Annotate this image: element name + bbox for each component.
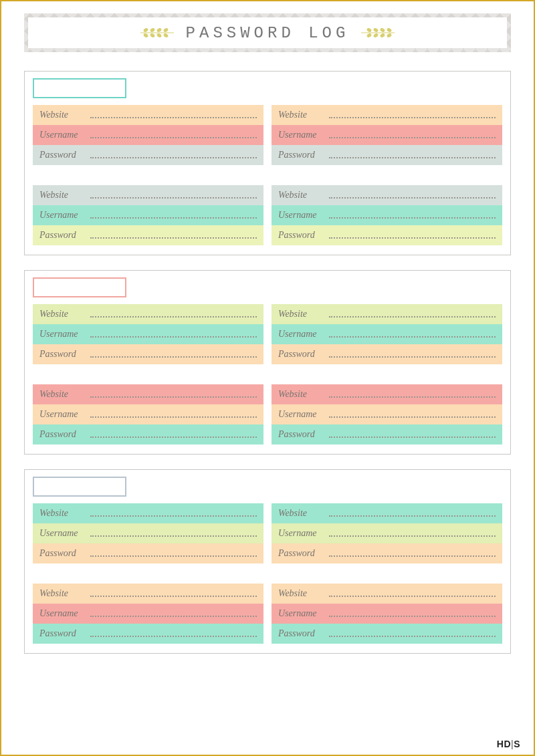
username-input-line[interactable]	[90, 411, 257, 418]
entry-row: Password	[33, 624, 263, 644]
entry-row: Username	[272, 604, 502, 624]
website-input-line[interactable]	[90, 192, 257, 199]
website-input-line[interactable]	[329, 590, 496, 597]
website-input-line[interactable]	[329, 391, 496, 398]
svg-point-7	[156, 33, 161, 37]
username-label: Username	[39, 130, 86, 140]
password-input-line[interactable]	[90, 550, 257, 557]
username-input-line[interactable]	[329, 132, 496, 138]
website-input-line[interactable]	[329, 311, 496, 318]
website-label: Website	[278, 389, 325, 400]
website-label: Website	[39, 309, 86, 320]
entry-row: Website	[272, 185, 502, 205]
website-input-line[interactable]	[329, 192, 496, 199]
entry-row: Password	[272, 145, 502, 165]
page-frame: Password Log WebsiteWebsiteUsernameUsern…	[0, 0, 535, 756]
password-input-line[interactable]	[90, 630, 257, 637]
password-label: Password	[278, 150, 325, 160]
username-input-line[interactable]	[90, 331, 257, 338]
website-label: Website	[278, 508, 325, 519]
username-label: Username	[278, 130, 325, 140]
website-label: Website	[39, 508, 86, 519]
footer-brand: HD|S	[497, 739, 520, 749]
category-input-box[interactable]	[33, 78, 126, 98]
entry-row: Website	[272, 105, 502, 125]
password-input-line[interactable]	[329, 431, 496, 438]
website-input-line[interactable]	[329, 510, 496, 517]
username-label: Username	[39, 329, 86, 340]
password-label: Password	[278, 429, 325, 440]
entry-row: Website	[272, 584, 502, 604]
password-label: Password	[39, 230, 86, 241]
password-input-line[interactable]	[90, 431, 257, 438]
username-input-line[interactable]	[90, 610, 257, 617]
website-input-line[interactable]	[329, 112, 496, 118]
entry-row: Website	[33, 304, 263, 324]
footer-brand-suffix: S	[514, 739, 520, 749]
entry-row: Password	[272, 225, 502, 245]
password-input-line[interactable]	[90, 232, 257, 239]
website-input-line[interactable]	[90, 112, 257, 118]
username-input-line[interactable]	[329, 411, 496, 418]
page-title: Password Log	[186, 24, 350, 42]
username-input-line[interactable]	[329, 212, 496, 219]
entry-row: Website	[272, 503, 502, 523]
password-label: Password	[39, 150, 86, 160]
entry-row: Username	[272, 404, 502, 424]
entry-row: Website	[33, 185, 263, 205]
entry-row: Username	[272, 205, 502, 225]
password-label: Password	[278, 628, 325, 639]
password-input-line[interactable]	[90, 351, 257, 358]
password-label: Password	[39, 429, 86, 440]
website-input-line[interactable]	[90, 311, 257, 318]
website-input-line[interactable]	[90, 590, 257, 597]
svg-point-10	[367, 28, 372, 32]
username-input-line[interactable]	[329, 331, 496, 338]
username-label: Username	[39, 409, 86, 420]
entry-row: Password	[272, 543, 502, 563]
entries-grid: WebsiteWebsiteUsernameUsernamePasswordPa…	[33, 105, 502, 245]
password-input-line[interactable]	[90, 152, 257, 158]
username-input-line[interactable]	[90, 132, 257, 138]
website-label: Website	[39, 588, 86, 599]
username-input-line[interactable]	[90, 212, 257, 219]
password-label: Password	[278, 548, 325, 559]
website-input-line[interactable]	[90, 391, 257, 398]
username-input-line[interactable]	[329, 610, 496, 617]
entry-row: Website	[272, 304, 502, 324]
svg-point-4	[163, 28, 168, 32]
entry-row: Username	[33, 205, 263, 225]
password-label: Password	[39, 349, 86, 360]
password-input-line[interactable]	[329, 630, 496, 637]
entry-row: Password	[33, 424, 263, 445]
category-input-box[interactable]	[33, 277, 126, 297]
website-input-line[interactable]	[90, 510, 257, 517]
password-section: WebsiteWebsiteUsernameUsernamePasswordPa…	[24, 270, 511, 455]
entry-row: Password	[33, 145, 263, 165]
username-input-line[interactable]	[329, 530, 496, 537]
svg-point-1	[143, 28, 148, 32]
block-spacer	[33, 165, 502, 170]
entry-row: Username	[272, 324, 502, 344]
laurel-right-icon	[360, 27, 396, 38]
entry-row: Password	[272, 624, 502, 644]
category-input-box[interactable]	[33, 477, 126, 497]
password-input-line[interactable]	[329, 351, 496, 358]
entry-row: Username	[272, 523, 502, 543]
website-label: Website	[278, 309, 325, 320]
username-input-line[interactable]	[90, 530, 257, 537]
username-label: Username	[278, 409, 325, 420]
entry-row: Username	[33, 324, 263, 344]
entry-row: Website	[33, 584, 263, 604]
svg-point-2	[150, 28, 154, 32]
password-input-line[interactable]	[329, 152, 496, 158]
username-label: Username	[278, 528, 325, 539]
password-input-line[interactable]	[329, 550, 496, 557]
entry-row: Website	[33, 105, 263, 125]
entry-row: Website	[33, 384, 263, 404]
entry-row: Website	[33, 503, 263, 523]
block-spacer	[33, 563, 502, 569]
password-input-line[interactable]	[329, 232, 496, 239]
website-label: Website	[39, 190, 86, 201]
svg-point-15	[374, 33, 379, 37]
